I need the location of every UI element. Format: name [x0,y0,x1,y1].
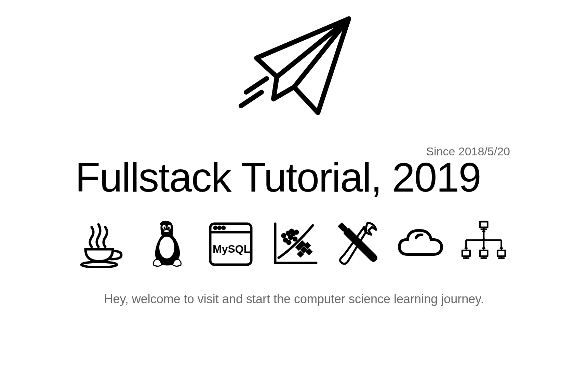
svg-rect-25 [300,242,304,246]
svg-point-15 [282,234,285,237]
svg-rect-45 [497,250,505,256]
svg-line-1 [241,92,262,106]
tech-icon-row: MySQL [75,217,513,268]
java-coffee-icon [79,217,130,268]
svg-point-18 [289,236,292,239]
svg-point-10 [214,227,216,229]
svg-point-23 [295,231,298,234]
svg-rect-42 [480,250,488,256]
tools-icon [332,217,383,268]
network-topology-icon [458,217,509,268]
svg-rect-27 [305,243,309,247]
svg-rect-39 [462,250,470,256]
svg-point-11 [218,227,220,229]
svg-point-2 [81,262,117,267]
svg-rect-31 [480,222,488,227]
svg-point-17 [284,239,287,241]
svg-point-21 [294,238,296,240]
svg-rect-24 [297,245,300,249]
svg-rect-28 [307,250,311,253]
svg-point-12 [223,227,225,229]
svg-rect-26 [302,248,306,251]
data-plot-icon [268,217,320,268]
cloud-icon [395,217,446,268]
welcome-message: Hey, welcome to visit and start the comp… [75,292,513,306]
svg-point-5 [164,227,165,229]
page-title: Fullstack Tutorial, 2019 [75,155,513,200]
paper-plane-icon [229,10,359,128]
svg-point-6 [168,227,170,229]
svg-rect-29 [298,252,302,256]
mysql-label: MySQL [213,243,250,255]
svg-point-7 [159,237,174,258]
svg-point-20 [288,241,290,244]
svg-line-0 [246,79,267,92]
linux-penguin-icon [142,217,193,268]
mysql-icon: MySQL [205,217,256,268]
svg-point-22 [290,230,293,233]
svg-point-30 [342,258,345,261]
svg-point-16 [287,232,290,235]
